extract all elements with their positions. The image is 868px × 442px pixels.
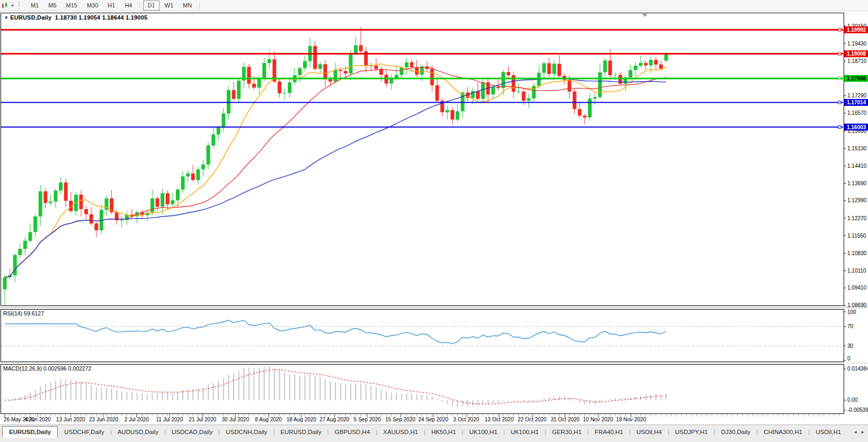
svg-text:1.19430: 1.19430 xyxy=(847,41,867,47)
svg-text:1.18710: 1.18710 xyxy=(847,58,867,64)
tab-usoil-h4[interactable]: USOil,H4 xyxy=(631,427,667,437)
date-label: 23 Jun 2020 xyxy=(89,417,118,422)
svg-text:1.17290: 1.17290 xyxy=(847,93,867,98)
chart-canvas: 1.201501.194301.187101.172901.165701.158… xyxy=(0,0,868,425)
chart-title-symbol: EURUSD,Daily xyxy=(10,14,51,21)
panel-divider[interactable] xyxy=(0,363,868,364)
timeframe-button-h1[interactable]: H1 xyxy=(103,1,119,11)
svg-text:-0.005396: -0.005396 xyxy=(847,407,868,413)
tab-uk100-h1[interactable]: UK100,H1 xyxy=(506,427,544,437)
svg-text:1.14410: 1.14410 xyxy=(847,163,867,169)
tab-gbpusd-h4[interactable]: GBPUSD,H4 xyxy=(330,427,375,437)
timeframe-buttons: M1M5M15M30H1H4D1W1MN xyxy=(26,0,202,11)
date-label: 13 Oct 2020 xyxy=(485,417,514,422)
symbol-marker-icon[interactable]: ▼ xyxy=(4,15,8,20)
chart-type-icon[interactable] xyxy=(0,1,11,10)
timeframe-button-m1[interactable]: M1 xyxy=(26,1,43,11)
svg-text:70: 70 xyxy=(847,323,854,329)
tab-usdchf-daily[interactable]: USDCHF,Daily xyxy=(59,427,109,437)
date-label: 5 Sep 2020 xyxy=(354,417,382,422)
bottom-strip xyxy=(0,438,868,442)
svg-text:1.16003: 1.16003 xyxy=(847,124,866,130)
hline-handle[interactable] xyxy=(838,29,841,31)
tab-usdcad-daily[interactable]: USDCAD,Daily xyxy=(166,427,218,437)
date-label: 2 Jul 2020 xyxy=(125,417,149,422)
tab-scroll-left-icon[interactable]: ◄ xyxy=(853,430,857,435)
svg-text:100: 100 xyxy=(847,309,856,315)
tab-xauusd-h1[interactable]: XAUUSD,H1 xyxy=(378,427,423,437)
date-label: 24 Sep 2020 xyxy=(418,417,448,422)
tab-fra40-h1[interactable]: FRA40,H1 xyxy=(589,427,628,437)
timeframe-button-h4[interactable]: H4 xyxy=(120,1,136,11)
date-label: 19 Nov 2020 xyxy=(616,417,646,422)
svg-text:1.13690: 1.13690 xyxy=(847,181,867,186)
tab-china300-h1[interactable]: CHINA300,H1 xyxy=(758,427,808,437)
date-label: 3 Oct 2020 xyxy=(453,417,479,422)
svg-text:1.12990: 1.12990 xyxy=(847,197,867,203)
svg-text:0: 0 xyxy=(847,356,851,362)
svg-text:1.15130: 1.15130 xyxy=(847,146,867,151)
svg-text:1.10110: 1.10110 xyxy=(847,268,866,274)
date-label: 22 Oct 2020 xyxy=(518,417,547,422)
timeframe-button-mn[interactable]: MN xyxy=(179,1,196,11)
date-label: 31 Oct 2020 xyxy=(551,417,580,422)
symbol-tabbar: EURUSD,Daily USDCHF,Daily|AUDUSD,Daily|U… xyxy=(0,425,868,439)
tab-scroll-arrows: ◄ ► xyxy=(850,430,868,435)
chart-title-quote: 1.18730 1.19054 1.18644 1.19005 xyxy=(55,14,147,21)
tab-scroll-right-icon[interactable]: ► xyxy=(861,430,865,435)
panel-divider[interactable] xyxy=(0,306,868,309)
svg-text:1.12270: 1.12270 xyxy=(847,215,867,221)
svg-text:1.19008: 1.19008 xyxy=(847,51,866,57)
svg-text:0.00: 0.00 xyxy=(847,397,858,403)
tab-dj30-daily[interactable]: DJ30,Daily xyxy=(716,427,756,437)
tab-usdcnh-daily[interactable]: USDCNH,Daily xyxy=(220,427,272,437)
svg-text:1.17014: 1.17014 xyxy=(847,100,866,105)
svg-text:1.09410: 1.09410 xyxy=(847,285,867,291)
date-label: 13 Jun 2020 xyxy=(56,417,85,422)
hline-handle[interactable] xyxy=(838,52,841,55)
tab-audusd-daily[interactable]: AUDUSD,Daily xyxy=(112,427,164,437)
hline-handle[interactable] xyxy=(838,101,841,104)
symbol-tabs: EURUSD,Daily USDCHF,Daily|AUDUSD,Daily|U… xyxy=(0,425,850,439)
tab-hk50-h1[interactable]: HK50,H1 xyxy=(426,427,462,437)
tab-eurusd-daily[interactable]: EURUSD,Daily xyxy=(2,426,58,438)
tab-eurusd-daily[interactable]: EURUSD,Daily xyxy=(275,427,326,437)
macd-label: MACD(12,26,9) 0.002596 0.002272 xyxy=(3,365,91,372)
svg-text:1.17998: 1.17998 xyxy=(847,76,866,82)
chart-title: ▼EURUSD,Daily 1.18730 1.19054 1.18644 1.… xyxy=(4,14,147,21)
chart-type-dropdown-icon[interactable]: ▼ xyxy=(11,4,16,7)
svg-text:1.10830: 1.10830 xyxy=(847,250,867,256)
svg-text:1.19992: 1.19992 xyxy=(847,27,866,33)
date-label: 21 Jul 2020 xyxy=(189,417,216,422)
timeframe-button-m30[interactable]: M30 xyxy=(83,1,102,11)
timeframe-button-d1[interactable]: D1 xyxy=(143,1,159,11)
toolbar-grip xyxy=(19,2,22,9)
rsi-label: RSI(14) 59.6127 xyxy=(3,310,44,317)
timeframe-button-w1[interactable]: W1 xyxy=(161,1,178,11)
svg-text:0.014384: 0.014384 xyxy=(847,366,868,372)
date-label: 15 Sep 2020 xyxy=(385,417,415,422)
tab-ger30-h1[interactable]: GER30,H1 xyxy=(547,427,587,437)
date-label: 4 Jun 2020 xyxy=(24,417,51,422)
svg-text:1.08690: 1.08690 xyxy=(847,302,867,308)
date-label: 27 Aug 2020 xyxy=(320,417,350,422)
tab-uk100-h1[interactable]: UK100,H1 xyxy=(464,427,503,437)
timeframe-button-m5[interactable]: M5 xyxy=(44,1,60,11)
date-label: 18 Aug 2020 xyxy=(287,417,317,422)
hline-handle[interactable] xyxy=(838,126,841,129)
timeframe-toolbar: ▼ M1M5M15M30H1H4D1W1MN xyxy=(0,0,868,11)
date-label: 11 Jul 2020 xyxy=(156,417,183,422)
timeframe-button-m15[interactable]: M15 xyxy=(62,1,82,11)
date-label: 30 Jul 2020 xyxy=(222,417,250,422)
hline-handle[interactable] xyxy=(838,77,841,80)
tab-usoil-h1[interactable]: USOil,H1 xyxy=(810,427,846,437)
svg-text:1.11550: 1.11550 xyxy=(847,233,866,239)
svg-text:30: 30 xyxy=(847,343,854,349)
tab-usdjpy-h1[interactable]: USDJPY,H1 xyxy=(670,427,713,437)
date-label: 10 Nov 2020 xyxy=(583,417,613,422)
mt4-window: ▼ M1M5M15M30H1H4D1W1MN ▼EURUSD,Daily 1.1… xyxy=(0,0,868,442)
date-label: 8 Aug 2020 xyxy=(255,417,282,422)
svg-text:1.16570: 1.16570 xyxy=(847,110,867,116)
